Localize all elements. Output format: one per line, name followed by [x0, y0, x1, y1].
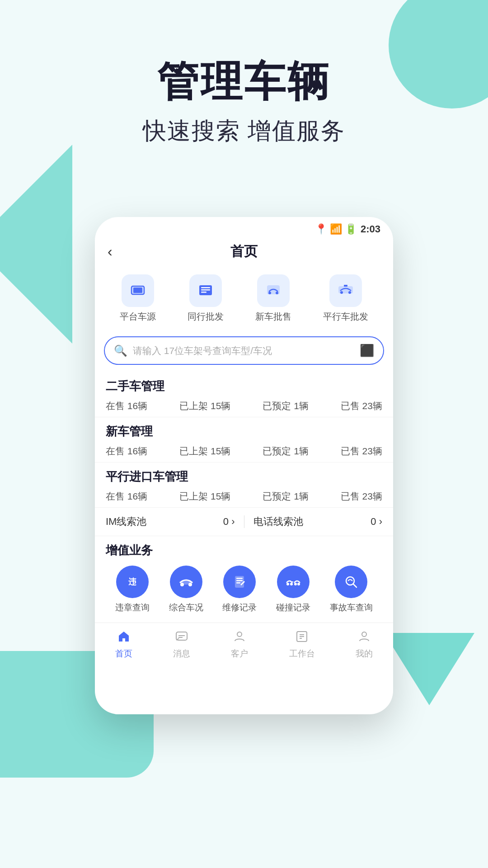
value-item-collision-record[interactable]: 碰撞记录 [276, 566, 310, 613]
status-icons: 📍 📶 🔋 [315, 223, 357, 235]
svg-point-22 [286, 583, 289, 585]
section-2: 平行进口车管理在售 16辆已上架 15辆已预定 1辆已售 23辆 [95, 462, 393, 508]
im-lead-pool-value: 0 › [223, 516, 235, 528]
back-button[interactable]: ‹ [108, 243, 113, 260]
battery-icon: 🔋 [345, 223, 357, 235]
hero-section: 管理车辆 快速搜索 增值服务 [0, 0, 488, 147]
bg-decoration-triangle-left [0, 145, 72, 344]
violation-label: 违章查询 [115, 602, 150, 613]
customer-icon [233, 630, 246, 646]
quick-item-platform-cars[interactable]: 平台车源 [120, 274, 156, 323]
svg-line-27 [353, 584, 357, 588]
car-condition-label: 综合车况 [169, 602, 203, 613]
tab-customer-label: 客户 [231, 648, 248, 660]
phone-lead-pool[interactable]: 电话线索池 0 › [253, 515, 383, 528]
violation-icon: 违 [116, 566, 149, 598]
stat-0-1: 已上架 15辆 [179, 400, 230, 412]
stat-0-2: 已预定 1辆 [263, 400, 309, 412]
value-item-car-condition[interactable]: 综合车况 [169, 566, 203, 613]
svg-rect-3 [201, 287, 210, 288]
lead-pool-row: IM线索池 0 › 电话线索池 0 › [95, 508, 393, 536]
svg-point-7 [268, 292, 271, 294]
tab-message-label: 消息 [173, 648, 190, 660]
collision-record-icon [277, 566, 310, 598]
svg-rect-18 [235, 576, 244, 588]
stat-1-0: 在售 16辆 [106, 445, 147, 458]
accident-query-icon [335, 566, 367, 598]
svg-point-8 [276, 292, 278, 294]
phone-mockup: 📍 📶 🔋 2:03 ‹ 首页 平台车源 [95, 217, 393, 714]
message-icon [175, 630, 188, 646]
svg-point-36 [362, 632, 366, 637]
page-title: 首页 [230, 242, 258, 261]
svg-rect-20 [236, 580, 243, 581]
tab-home[interactable]: 首页 [115, 630, 132, 660]
quick-item-new-car-sale[interactable]: 新车批售 [255, 274, 291, 323]
svg-rect-1 [133, 288, 142, 293]
svg-point-10 [340, 291, 343, 294]
tab-workspace[interactable]: 工作台 [289, 630, 315, 660]
accident-query-label: 事故车查询 [330, 602, 373, 613]
car-condition-icon [170, 566, 202, 598]
stat-2-3: 已售 23辆 [341, 490, 382, 503]
quick-item-parallel-car[interactable]: 平行车批发 [323, 274, 368, 323]
new-car-sale-icon [257, 274, 290, 307]
platform-cars-icon [122, 274, 154, 307]
signal-icon: 📶 [330, 223, 342, 235]
quick-item-peer-wholesale[interactable]: 同行批发 [188, 274, 224, 323]
parallel-car-icon [329, 274, 362, 307]
search-bar[interactable]: 🔍 请输入 17位车架号查询车型/车况 ⬛ [104, 336, 384, 365]
tab-mine-label: 我的 [356, 648, 373, 660]
stat-1-3: 已售 23辆 [341, 445, 382, 458]
stat-2-2: 已预定 1辆 [263, 490, 309, 503]
section-stats-1: 在售 16辆已上架 15辆已预定 1辆已售 23辆 [106, 445, 382, 458]
value-added-icons: 违 违章查询 综合车况 [106, 566, 382, 613]
section-stats-2: 在售 16辆已上架 15辆已预定 1辆已售 23辆 [106, 490, 382, 503]
hero-subtitle: 快速搜索 增值服务 [0, 115, 488, 147]
phone-lead-pool-label: 电话线索池 [253, 515, 303, 528]
section-1: 新车管理在售 16辆已上架 15辆已预定 1辆已售 23辆 [95, 417, 393, 462]
stat-1-1: 已上架 15辆 [179, 445, 230, 458]
scan-icon[interactable]: ⬛ [360, 344, 374, 358]
search-icon: 🔍 [114, 344, 127, 357]
search-input[interactable]: 请输入 17位车架号查询车型/车况 [133, 344, 354, 357]
svg-text:违: 违 [128, 577, 137, 586]
value-added-title: 增值业务 [106, 542, 382, 558]
mine-icon [358, 630, 371, 646]
repair-record-icon [223, 566, 256, 598]
value-item-violation[interactable]: 违 违章查询 [115, 566, 150, 613]
lead-pool-divider [244, 515, 244, 528]
tab-bar: 首页 消息 [95, 623, 393, 669]
location-icon: 📍 [315, 223, 327, 235]
section-stats-0: 在售 16辆已上架 15辆已预定 1辆已售 23辆 [106, 400, 382, 412]
svg-rect-12 [344, 285, 347, 287]
section-title-1: 新车管理 [106, 424, 382, 439]
svg-point-23 [290, 583, 293, 585]
svg-rect-4 [201, 289, 210, 291]
phone-mockup-wrapper: 📍 📶 🔋 2:03 ‹ 首页 平台车源 [95, 217, 393, 714]
stat-0-0: 在售 16辆 [106, 400, 147, 412]
platform-cars-label: 平台车源 [120, 311, 156, 323]
repair-record-label: 维修记录 [222, 602, 257, 613]
collision-record-label: 碰撞记录 [276, 602, 310, 613]
tab-message[interactable]: 消息 [173, 630, 190, 660]
workspace-icon [296, 630, 308, 646]
stat-2-1: 已上架 15辆 [179, 490, 230, 503]
svg-point-31 [237, 632, 242, 637]
peer-wholesale-label: 同行批发 [188, 311, 224, 323]
sections-container: 二手车管理在售 16辆已上架 15辆已预定 1辆已售 23辆新车管理在售 16辆… [95, 372, 393, 508]
section-title-2: 平行进口车管理 [106, 469, 382, 485]
tab-customer[interactable]: 客户 [231, 630, 248, 660]
bg-decoration-triangle-bottom-right [384, 633, 474, 705]
value-item-accident-query[interactable]: 事故车查询 [330, 566, 373, 613]
svg-rect-5 [201, 292, 206, 293]
tab-mine[interactable]: 我的 [356, 630, 373, 660]
quick-menu: 平台车源 同行批发 [95, 267, 393, 332]
value-item-repair-record[interactable]: 维修记录 [222, 566, 257, 613]
svg-rect-17 [181, 580, 191, 585]
status-bar: 📍 📶 🔋 2:03 [95, 217, 393, 238]
tab-workspace-label: 工作台 [289, 648, 315, 660]
im-lead-pool[interactable]: IM线索池 0 › [106, 515, 235, 528]
svg-point-11 [348, 291, 351, 294]
phone-lead-pool-value: 0 › [371, 516, 382, 528]
